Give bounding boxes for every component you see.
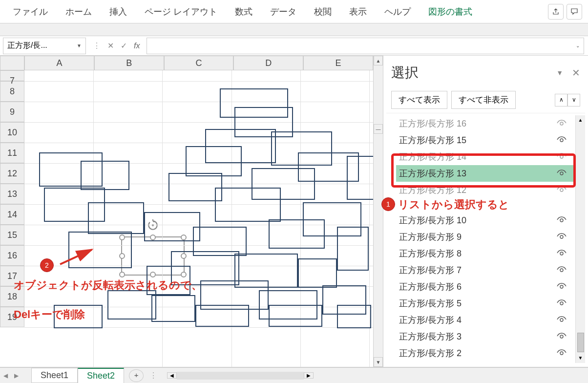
rectangle-shape[interactable] <box>347 156 373 200</box>
horizontal-scrollbar[interactable]: ◀ ▶ <box>167 372 314 380</box>
selection-item[interactable]: 正方形/長方形 5 <box>396 295 575 312</box>
show-all-button[interactable]: すべて表示 <box>391 91 447 109</box>
col-header-E[interactable]: E <box>303 56 373 70</box>
rectangle-shape[interactable] <box>168 173 222 201</box>
eye-icon[interactable] <box>557 282 567 292</box>
add-sheet-button[interactable]: + <box>129 369 144 382</box>
row-header-9[interactable]: 9 <box>0 102 24 122</box>
next-sheet-icon[interactable]: ▶ <box>11 372 21 379</box>
tab-view[interactable]: 表示 <box>342 2 374 21</box>
rectangle-shape[interactable] <box>298 258 337 288</box>
rectangle-shape[interactable] <box>269 219 325 249</box>
cancel-icon[interactable]: ✕ <box>107 41 114 50</box>
col-header-A[interactable]: A <box>24 56 94 70</box>
scroll-right-icon[interactable]: ▶ <box>304 372 314 379</box>
rectangle-shape[interactable] <box>337 227 369 271</box>
rectangle-shape[interactable] <box>144 212 200 241</box>
selection-item[interactable]: 正方形/長方形 14 <box>396 149 575 165</box>
col-header-B[interactable]: B <box>94 56 164 70</box>
pane-scrollbar[interactable]: ▲ ▼ <box>575 115 585 363</box>
rectangle-shape[interactable] <box>81 161 129 190</box>
row-header-11[interactable]: 11 <box>0 143 24 163</box>
tab-shape-format[interactable]: 図形の書式 <box>421 2 479 21</box>
row-header-7[interactable]: 7 <box>0 70 24 81</box>
col-header-C[interactable]: C <box>164 56 234 70</box>
chevron-down-icon[interactable]: ⌄ <box>576 43 580 48</box>
row-header-10[interactable]: 10 <box>0 122 24 143</box>
eye-icon[interactable] <box>557 332 567 342</box>
dots-icon[interactable]: ⋮ <box>93 41 101 50</box>
scroll-down-icon[interactable]: ▼ <box>374 357 383 367</box>
rectangle-shape[interactable] <box>151 295 195 322</box>
sheet-tab-2[interactable]: Sheet2 <box>78 368 124 383</box>
share-icon[interactable] <box>548 4 564 20</box>
selection-list[interactable]: 正方形/長方形 16正方形/長方形 15正方形/長方形 14正方形/長方形 13… <box>386 115 575 363</box>
fx-icon[interactable]: fx <box>134 42 140 50</box>
close-icon[interactable]: ✕ <box>572 67 580 79</box>
sheet-content[interactable]: A B C D E 78910111213141516171819 <box>0 56 373 367</box>
row-header-13[interactable]: 13 <box>0 184 24 204</box>
eye-icon[interactable] <box>557 315 567 325</box>
tab-home[interactable]: ホーム <box>59 2 99 21</box>
selection-item[interactable]: 正方形/長方形 3 <box>396 328 575 345</box>
eye-icon[interactable] <box>557 135 567 146</box>
selection-item[interactable]: 正方形/長方形 15 <box>396 132 575 149</box>
rectangle-shape[interactable] <box>195 305 249 327</box>
move-down-icon[interactable]: ∨ <box>567 94 580 106</box>
selection-item[interactable]: 正方形/長方形 16 <box>396 115 575 132</box>
selection-item[interactable]: 正方形/長方形 7 <box>396 262 575 278</box>
selection-item[interactable]: 正方形/長方形 6 <box>396 278 575 295</box>
tab-review[interactable]: 校閲 <box>307 2 338 21</box>
selection-item[interactable]: 正方形/長方形 9 <box>396 229 575 245</box>
selection-item[interactable]: 正方形/長方形 2 <box>396 345 575 362</box>
eye-icon[interactable] <box>557 298 567 309</box>
scroll-track[interactable] <box>374 134 383 357</box>
scroll-up-icon[interactable]: ▲ <box>576 115 585 125</box>
tab-help[interactable]: ヘルプ <box>378 2 418 21</box>
selection-item[interactable]: 正方形/長方形 8 <box>396 245 575 262</box>
vertical-scrollbar[interactable]: ▲ — ▼ <box>373 56 383 367</box>
formula-input[interactable]: ⌄ <box>147 38 584 54</box>
selection-item[interactable]: 正方形/長方形 4 <box>396 312 575 328</box>
name-box[interactable]: 正方形/長... ▼ <box>3 38 86 54</box>
rectangle-shape[interactable] <box>44 188 105 222</box>
eye-icon[interactable] <box>557 265 567 276</box>
row-header-12[interactable]: 12 <box>0 163 24 184</box>
chevron-down-icon[interactable]: ▼ <box>77 43 82 48</box>
scroll-thumb[interactable] <box>577 333 584 352</box>
row-header-15[interactable]: 15 <box>0 225 24 245</box>
rectangle-shape[interactable] <box>269 305 322 327</box>
hide-all-button[interactable]: すべて非表示 <box>451 91 516 109</box>
scroll-left-icon[interactable]: ◀ <box>167 372 177 379</box>
eye-icon[interactable] <box>557 119 567 129</box>
move-up-icon[interactable]: ∧ <box>555 94 567 106</box>
scroll-up-icon[interactable]: ▲ <box>374 56 383 65</box>
chevron-down-icon[interactable]: ▼ <box>556 69 563 77</box>
tab-file[interactable]: ファイル <box>6 2 55 21</box>
col-header-D[interactable]: D <box>233 56 303 70</box>
select-all-corner[interactable] <box>0 56 24 70</box>
accept-icon[interactable]: ✓ <box>121 41 127 50</box>
eye-icon[interactable] <box>557 152 567 162</box>
eye-icon[interactable] <box>557 232 567 242</box>
comments-icon[interactable] <box>567 4 582 20</box>
sheet-tab-1[interactable]: Sheet1 <box>31 368 78 383</box>
selection-item[interactable]: 正方形/長方形 12 <box>396 182 575 198</box>
eye-icon[interactable] <box>557 185 567 195</box>
tab-formulas[interactable]: 数式 <box>228 2 259 21</box>
cells-grid[interactable] <box>24 70 373 367</box>
rectangle-shape[interactable] <box>186 146 242 176</box>
tab-data[interactable]: データ <box>263 2 303 21</box>
selection-item[interactable]: 正方形/長方形 13 <box>396 165 575 182</box>
row-header-8[interactable]: 8 <box>0 81 24 102</box>
resize-handle[interactable] <box>119 272 125 277</box>
eye-icon[interactable] <box>557 215 567 226</box>
split-top-icon[interactable]: — <box>374 124 383 134</box>
row-header-16[interactable]: 16 <box>0 245 24 266</box>
eye-icon[interactable] <box>557 348 567 359</box>
rectangle-shape[interactable] <box>107 290 156 319</box>
scroll-down-icon[interactable]: ▼ <box>576 353 585 363</box>
eye-icon[interactable] <box>557 169 567 179</box>
eye-icon[interactable] <box>557 249 567 259</box>
scroll-track[interactable] <box>177 372 304 380</box>
